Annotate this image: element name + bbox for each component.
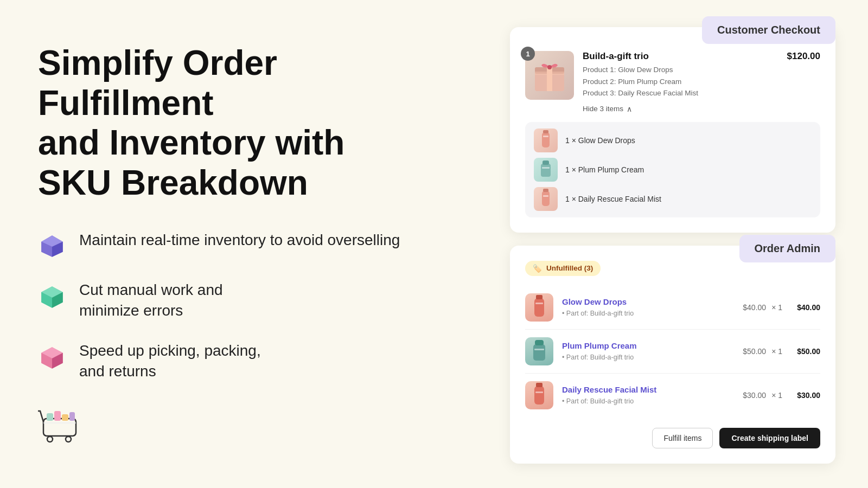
order-items: Glow Dew Drops • Part of: Build-a-gift t… [525,286,820,417]
price-unit-daily-rescue: $30.00 [743,391,766,400]
svg-rect-32 [543,189,548,192]
svg-rect-38 [535,340,544,345]
svg-rect-17 [62,414,68,421]
order-item-daily-rescue: Daily Rescue Facial Mist • Part of: Buil… [525,374,820,417]
order-item-pricing-glow-dew: $40.00 × 1 $40.00 [743,303,820,312]
svg-rect-22 [547,67,552,91]
svg-rect-33 [543,195,548,197]
order-item-name-plum-cream[interactable]: Plum Plump Cream [562,341,734,350]
sku-img-daily-rescue [534,187,558,211]
bundle-products: Product 1: Glow Dew Drops Product 2: Plu… [583,64,778,99]
svg-rect-34 [534,298,544,317]
unfulfilled-badge: 🏷️ Unfulfilled (3) [525,261,601,276]
customer-checkout-badge: Customer Checkout [702,16,835,44]
feature-item-picking: Speed up picking, packing,and returns [38,341,407,382]
order-item-part-plum-cream: • Part of: Build-a-gift trio [562,354,634,361]
cart-icon [38,403,87,455]
price-total-daily-rescue: $30.00 [788,391,820,400]
unfulfilled-label: Unfulfilled (3) [546,264,593,272]
feature-item-inventory: Maintain real-time inventory to avoid ov… [38,230,407,260]
sku-breakdown: 1 × Glow Dew Drops 1 × Plum Plump Cream [525,122,820,217]
order-item-part-daily-rescue: • Part of: Build-a-gift trio [562,397,634,405]
fulfill-items-button[interactable]: Fulfill items [652,428,713,448]
sku-img-glow-dew [534,129,558,152]
svg-rect-26 [543,130,548,133]
feature-text-inventory: Maintain real-time inventory to avoid ov… [79,230,400,251]
order-item-info-glow-dew: Glow Dew Drops • Part of: Build-a-gift t… [562,297,734,318]
price-unit-plum-cream: $50.00 [743,347,766,356]
svg-rect-23 [535,72,564,75]
order-item-part-glow-dew: • Part of: Build-a-gift trio [562,310,634,317]
order-item-img-glow-dew [525,293,553,322]
svg-point-24 [547,65,552,69]
sku-label-daily-rescue: 1 × Daily Rescue Facial Mist [565,195,661,203]
bundle-quantity-badge: 1 [521,47,535,61]
svg-rect-37 [533,344,545,361]
sku-label-plum-cream: 1 × Plum Plump Cream [565,165,644,174]
price-qty-daily-rescue: × 1 [771,391,782,400]
features-list: Maintain real-time inventory to avoid ov… [38,230,407,381]
svg-rect-12 [43,419,76,436]
svg-rect-27 [543,136,548,137]
order-item-glow-dew: Glow Dew Drops • Part of: Build-a-gift t… [525,286,820,330]
create-shipping-label-button[interactable]: Create shipping label [719,428,820,448]
cube-purple-icon [38,232,66,260]
order-item-info-daily-rescue: Daily Rescue Facial Mist • Part of: Buil… [562,385,734,406]
price-unit-glow-dew: $40.00 [743,303,766,312]
price-total-plum-cream: $50.00 [788,347,820,356]
bundle-image-wrap: 1 [525,51,574,100]
svg-rect-28 [541,164,551,177]
price-total-glow-dew: $40.00 [788,303,820,312]
bundle-title: Build-a-gift trio [583,51,778,62]
svg-point-13 [47,436,53,442]
feature-text-manual: Cut manual work andminimize errors [79,280,223,321]
svg-point-14 [66,436,71,442]
order-actions: Fulfill items Create shipping label [525,428,820,448]
main-title: Simplify Order Fulfillmentand Inventory … [38,43,407,203]
left-panel: Simplify Order Fulfillmentand Inventory … [38,43,407,382]
svg-rect-31 [542,191,550,206]
order-item-img-plum-cream [525,337,553,365]
order-item-pricing-plum-cream: $50.00 × 1 $50.00 [743,347,820,356]
svg-rect-30 [542,167,550,169]
order-item-img-daily-rescue [525,381,553,409]
bundle-info: Build-a-gift trio Product 1: Glow Dew Dr… [583,51,778,113]
svg-rect-39 [534,349,544,350]
svg-rect-41 [536,383,542,387]
sku-item-glow-dew: 1 × Glow Dew Drops [534,129,812,152]
bundle-price: $120.00 [787,51,820,62]
svg-rect-42 [535,391,543,393]
svg-rect-29 [542,160,549,165]
order-item-name-glow-dew[interactable]: Glow Dew Drops [562,297,734,306]
svg-rect-18 [69,412,75,421]
feature-text-picking: Speed up picking, packing,and returns [79,341,261,382]
svg-rect-40 [534,386,544,404]
hide-items-toggle[interactable]: Hide 3 items ∧ [583,105,778,113]
cube-pink-icon [38,343,66,371]
checkout-card: Customer Checkout 1 [510,27,835,233]
sku-img-plum-cream [534,158,558,182]
svg-rect-35 [536,295,542,299]
order-admin-badge: Order Admin [739,235,836,262]
feature-item-manual: Cut manual work andminimize errors [38,280,407,321]
svg-rect-36 [535,303,543,304]
svg-rect-16 [54,411,61,421]
sku-item-daily-rescue: 1 × Daily Rescue Facial Mist [534,187,812,211]
unfulfilled-icon: 🏷️ [533,264,542,273]
bundle-item: 1 Build-a-gift trio [525,51,820,113]
right-panel: Customer Checkout 1 [510,27,835,464]
svg-rect-25 [542,132,550,147]
order-item-pricing-daily-rescue: $30.00 × 1 $30.00 [743,391,820,400]
sku-item-plum-cream: 1 × Plum Plump Cream [534,158,812,182]
price-qty-plum-cream: × 1 [771,347,782,356]
cube-teal-icon [38,282,66,310]
order-item-name-daily-rescue[interactable]: Daily Rescue Facial Mist [562,385,734,394]
order-item-info-plum-cream: Plum Plump Cream • Part of: Build-a-gift… [562,341,734,362]
svg-rect-15 [47,413,53,421]
order-admin-card: Order Admin 🏷️ Unfulfilled (3) Glow Dew … [510,246,835,464]
sku-label-glow-dew: 1 × Glow Dew Drops [565,136,635,145]
order-item-plum-cream: Plum Plump Cream • Part of: Build-a-gift… [525,330,820,374]
price-qty-glow-dew: × 1 [771,303,782,312]
